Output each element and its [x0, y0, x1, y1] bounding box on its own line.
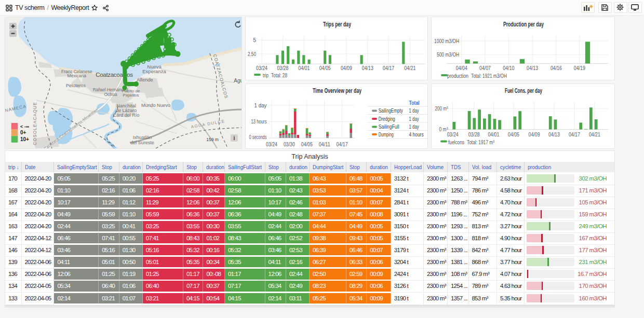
svg-text:0 seconds: 0 seconds — [249, 134, 267, 140]
svg-text:COSOLEACAQUE: COSOLEACAQUE — [32, 102, 37, 145]
svg-text:Mexicana: Mexicana — [68, 73, 87, 78]
svg-text:04/16: 04/16 — [551, 65, 562, 71]
svg-text:03/24: 03/24 — [447, 131, 459, 137]
svg-text:Time Overview per day: Time Overview per day — [313, 87, 361, 94]
svg-text:03/28: 03/28 — [277, 65, 288, 71]
svg-text:10+: 10+ — [20, 136, 29, 142]
svg-text:04/01: 04/01 — [488, 131, 499, 137]
svg-text:04/21: 04/21 — [404, 65, 415, 71]
svg-text:SailingFull: SailingFull — [379, 123, 399, 130]
svg-text:production: production — [447, 73, 468, 79]
svg-text:Ochoa: Ochoa — [104, 92, 117, 97]
svg-text:04/17: 04/17 — [569, 131, 580, 137]
svg-text:2.50: 2.50 — [248, 51, 256, 57]
svg-text:Allende: Allende — [137, 77, 153, 82]
svg-text:200 m³: 200 m³ — [435, 105, 448, 112]
svg-text:04/05: 04/05 — [319, 65, 331, 71]
svg-text:04/09: 04/09 — [341, 65, 352, 71]
svg-text:04/17: 04/17 — [337, 141, 348, 147]
svg-text:1 day: 1 day — [409, 107, 419, 114]
svg-text:1 day: 1 day — [254, 102, 267, 108]
svg-text:04/04: 04/04 — [456, 65, 467, 71]
svg-text:03/24: 03/24 — [266, 141, 277, 147]
svg-text:0+: 0+ — [20, 130, 26, 135]
svg-text:04/09: 04/09 — [529, 131, 540, 137]
svg-text:500 m3/OH: 500 m3/OH — [437, 51, 459, 58]
svg-text:04/11: 04/11 — [319, 141, 330, 147]
svg-text:13 hours: 13 hours — [251, 118, 267, 125]
svg-text:Esperanza: Esperanza — [142, 68, 166, 74]
svg-text:Coatzacoalcos: Coatzacoalcos — [96, 72, 133, 78]
svg-text:159 m: 159 m — [206, 137, 219, 142]
svg-text:Trips per day: Trips per day — [323, 21, 351, 28]
svg-text:Mundo Nuevo: Mundo Nuevo — [141, 103, 170, 108]
svg-text:03/30: 03/30 — [284, 141, 295, 147]
svg-text:03/28: 03/28 — [468, 131, 480, 137]
svg-text:Total: Total — [409, 100, 420, 106]
svg-text:SailingEmpty: SailingEmpty — [379, 107, 403, 114]
svg-text:1 day: 1 day — [409, 123, 419, 130]
svg-text:< -∞: < -∞ — [20, 124, 30, 129]
svg-text:04/13: 04/13 — [362, 65, 373, 71]
svg-text:Total: 1917 m³: Total: 1917 m³ — [467, 139, 494, 145]
svg-text:del Sureste: del Sureste — [130, 140, 154, 145]
svg-text:4 hours: 4 hours — [409, 131, 424, 137]
svg-text:trip: trip — [263, 72, 269, 78]
svg-text:04/05: 04/05 — [301, 141, 313, 147]
svg-text:03/24: 03/24 — [256, 65, 267, 71]
svg-text:Peloteros: Peloteros — [66, 83, 86, 88]
svg-text:Pajaritos: Pajaritos — [123, 93, 139, 98]
svg-text:1 day: 1 day — [409, 116, 419, 122]
svg-text:Cárd del Río: Cárd del Río — [113, 113, 140, 118]
svg-text:Ixhuatlán: Ixhuatlán — [133, 135, 152, 140]
svg-text:Total: 28: Total: 28 — [271, 72, 287, 78]
svg-text:fuelcons: fuelcons — [448, 139, 464, 145]
svg-text:Fuel Cons. per day: Fuel Cons. per day — [505, 87, 542, 94]
svg-text:5: 5 — [253, 37, 256, 43]
svg-text:04/19: 04/19 — [574, 65, 585, 71]
svg-text:04/13: 04/13 — [527, 65, 538, 71]
svg-text:1000 m3/OH: 1000 m3/OH — [434, 38, 459, 44]
svg-text:Agua: Agua — [234, 78, 242, 84]
svg-text:Dumping: Dumping — [379, 131, 394, 137]
svg-text:04/05: 04/05 — [508, 131, 519, 137]
svg-text:Total: 1921 m3/OH: Total: 1921 m3/OH — [471, 73, 507, 79]
svg-text:Dredging: Dredging — [379, 116, 395, 122]
svg-text:04/07: 04/07 — [479, 65, 491, 71]
svg-text:i: i — [234, 135, 235, 141]
svg-text:Production per day: Production per day — [503, 21, 544, 28]
svg-text:04/17: 04/17 — [383, 65, 394, 71]
svg-text:04/10: 04/10 — [503, 65, 514, 71]
svg-text:04/01: 04/01 — [298, 65, 310, 71]
svg-text:04/13: 04/13 — [548, 131, 560, 137]
svg-text:04/21: 04/21 — [589, 131, 600, 137]
